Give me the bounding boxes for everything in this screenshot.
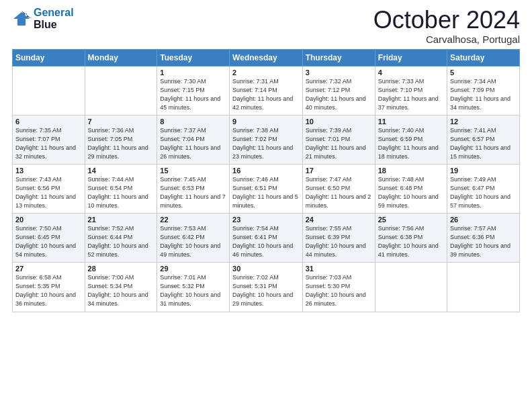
day-number: 2 xyxy=(232,68,300,77)
calendar-cell: 11Sunrise: 7:40 AM Sunset: 6:59 PM Dayli… xyxy=(375,115,447,164)
calendar-cell: 13Sunrise: 7:43 AM Sunset: 6:56 PM Dayli… xyxy=(13,164,85,213)
calendar-week-row: 13Sunrise: 7:43 AM Sunset: 6:56 PM Dayli… xyxy=(13,164,520,213)
calendar-week-row: 27Sunrise: 6:58 AM Sunset: 5:35 PM Dayli… xyxy=(13,263,520,312)
day-number: 24 xyxy=(306,216,372,224)
day-number: 6 xyxy=(15,118,82,126)
day-info: Sunrise: 7:54 AM Sunset: 6:41 PM Dayligh… xyxy=(232,224,300,259)
day-info: Sunrise: 7:46 AM Sunset: 6:51 PM Dayligh… xyxy=(232,175,300,210)
calendar-cell: 16Sunrise: 7:46 AM Sunset: 6:51 PM Dayli… xyxy=(230,164,303,213)
day-info: Sunrise: 7:48 AM Sunset: 6:48 PM Dayligh… xyxy=(378,175,444,210)
day-info: Sunrise: 7:49 AM Sunset: 6:47 PM Dayligh… xyxy=(450,175,517,210)
title-block: October 2024 Carvalhosa, Portugal xyxy=(373,7,520,45)
calendar-cell: 18Sunrise: 7:48 AM Sunset: 6:48 PM Dayli… xyxy=(375,164,447,213)
day-info: Sunrise: 7:45 AM Sunset: 6:53 PM Dayligh… xyxy=(160,175,226,210)
calendar-cell: 20Sunrise: 7:50 AM Sunset: 6:45 PM Dayli… xyxy=(13,214,85,263)
day-number: 5 xyxy=(450,68,517,77)
day-number: 17 xyxy=(306,167,372,175)
col-header-friday: Friday xyxy=(375,49,447,66)
day-number: 25 xyxy=(378,216,444,224)
calendar-cell: 19Sunrise: 7:49 AM Sunset: 6:47 PM Dayli… xyxy=(447,164,520,213)
day-number: 26 xyxy=(450,216,517,224)
day-number: 28 xyxy=(88,265,154,273)
day-info: Sunrise: 7:33 AM Sunset: 7:10 PM Dayligh… xyxy=(378,77,444,112)
calendar-cell xyxy=(447,263,520,312)
calendar-cell: 30Sunrise: 7:02 AM Sunset: 5:31 PM Dayli… xyxy=(230,263,303,312)
day-info: Sunrise: 7:38 AM Sunset: 7:02 PM Dayligh… xyxy=(232,126,300,161)
calendar-cell: 9Sunrise: 7:38 AM Sunset: 7:02 PM Daylig… xyxy=(230,115,303,164)
calendar-cell: 31Sunrise: 7:03 AM Sunset: 5:30 PM Dayli… xyxy=(302,263,375,312)
calendar-week-row: 1Sunrise: 7:30 AM Sunset: 7:15 PM Daylig… xyxy=(13,66,520,115)
col-header-saturday: Saturday xyxy=(447,49,520,66)
calendar-cell: 22Sunrise: 7:53 AM Sunset: 6:42 PM Dayli… xyxy=(157,214,230,263)
day-number: 19 xyxy=(450,167,517,175)
day-number: 1 xyxy=(160,68,226,77)
day-number: 7 xyxy=(88,118,154,126)
calendar-cell: 5Sunrise: 7:34 AM Sunset: 7:09 PM Daylig… xyxy=(447,66,520,115)
day-number: 9 xyxy=(232,118,300,126)
day-info: Sunrise: 7:47 AM Sunset: 6:50 PM Dayligh… xyxy=(306,175,372,210)
day-info: Sunrise: 7:57 AM Sunset: 6:36 PM Dayligh… xyxy=(450,224,517,259)
day-info: Sunrise: 7:37 AM Sunset: 7:04 PM Dayligh… xyxy=(160,126,226,161)
day-number: 20 xyxy=(15,216,82,224)
col-header-wednesday: Wednesday xyxy=(230,49,303,66)
calendar-cell: 3Sunrise: 7:32 AM Sunset: 7:12 PM Daylig… xyxy=(302,66,375,115)
day-info: Sunrise: 7:55 AM Sunset: 6:39 PM Dayligh… xyxy=(306,224,372,259)
col-header-sunday: Sunday xyxy=(13,49,85,66)
day-info: Sunrise: 7:41 AM Sunset: 6:57 PM Dayligh… xyxy=(450,126,517,161)
calendar-table: SundayMondayTuesdayWednesdayThursdayFrid… xyxy=(12,49,520,312)
day-info: Sunrise: 7:56 AM Sunset: 6:38 PM Dayligh… xyxy=(378,224,444,259)
calendar-cell: 21Sunrise: 7:52 AM Sunset: 6:44 PM Dayli… xyxy=(85,214,157,263)
day-info: Sunrise: 7:44 AM Sunset: 6:54 PM Dayligh… xyxy=(88,175,154,210)
calendar-cell: 6Sunrise: 7:35 AM Sunset: 7:07 PM Daylig… xyxy=(13,115,85,164)
day-info: Sunrise: 7:40 AM Sunset: 6:59 PM Dayligh… xyxy=(378,126,444,161)
calendar-cell: 25Sunrise: 7:56 AM Sunset: 6:38 PM Dayli… xyxy=(375,214,447,263)
day-number: 11 xyxy=(378,118,444,126)
day-info: Sunrise: 7:30 AM Sunset: 7:15 PM Dayligh… xyxy=(160,77,226,112)
calendar-cell: 2Sunrise: 7:31 AM Sunset: 7:14 PM Daylig… xyxy=(230,66,303,115)
day-number: 3 xyxy=(306,68,372,77)
calendar-cell: 15Sunrise: 7:45 AM Sunset: 6:53 PM Dayli… xyxy=(157,164,230,213)
day-number: 4 xyxy=(378,68,444,77)
day-number: 12 xyxy=(450,118,517,126)
day-info: Sunrise: 7:00 AM Sunset: 5:34 PM Dayligh… xyxy=(88,273,154,308)
day-number: 14 xyxy=(88,167,154,175)
day-number: 18 xyxy=(378,167,444,175)
calendar-cell: 12Sunrise: 7:41 AM Sunset: 6:57 PM Dayli… xyxy=(447,115,520,164)
calendar-week-row: 6Sunrise: 7:35 AM Sunset: 7:07 PM Daylig… xyxy=(13,115,520,164)
calendar-cell: 27Sunrise: 6:58 AM Sunset: 5:35 PM Dayli… xyxy=(13,263,85,312)
day-info: Sunrise: 7:31 AM Sunset: 7:14 PM Dayligh… xyxy=(232,77,300,112)
logo-text: General Blue xyxy=(34,7,74,32)
calendar-week-row: 20Sunrise: 7:50 AM Sunset: 6:45 PM Dayli… xyxy=(13,214,520,263)
day-number: 30 xyxy=(232,265,300,273)
header: General Blue October 2024 Carvalhosa, Po… xyxy=(12,7,520,45)
calendar-cell: 24Sunrise: 7:55 AM Sunset: 6:39 PM Dayli… xyxy=(302,214,375,263)
day-number: 8 xyxy=(160,118,226,126)
day-number: 31 xyxy=(306,265,372,273)
day-number: 29 xyxy=(160,265,226,273)
day-info: Sunrise: 7:35 AM Sunset: 7:07 PM Dayligh… xyxy=(15,126,82,161)
calendar-cell: 29Sunrise: 7:01 AM Sunset: 5:32 PM Dayli… xyxy=(157,263,230,312)
logo: General Blue xyxy=(12,7,74,32)
calendar-cell xyxy=(375,263,447,312)
day-info: Sunrise: 7:34 AM Sunset: 7:09 PM Dayligh… xyxy=(450,77,517,112)
day-info: Sunrise: 7:39 AM Sunset: 7:01 PM Dayligh… xyxy=(306,126,372,161)
col-header-thursday: Thursday xyxy=(302,49,375,66)
calendar-cell: 28Sunrise: 7:00 AM Sunset: 5:34 PM Dayli… xyxy=(85,263,157,312)
logo-icon xyxy=(12,9,31,28)
calendar-cell: 17Sunrise: 7:47 AM Sunset: 6:50 PM Dayli… xyxy=(302,164,375,213)
calendar-header-row: SundayMondayTuesdayWednesdayThursdayFrid… xyxy=(13,49,520,66)
calendar-cell: 7Sunrise: 7:36 AM Sunset: 7:05 PM Daylig… xyxy=(85,115,157,164)
day-info: Sunrise: 7:50 AM Sunset: 6:45 PM Dayligh… xyxy=(15,224,82,259)
day-number: 27 xyxy=(15,265,82,273)
page: General Blue October 2024 Carvalhosa, Po… xyxy=(0,0,532,411)
day-info: Sunrise: 7:03 AM Sunset: 5:30 PM Dayligh… xyxy=(306,273,372,308)
subtitle: Carvalhosa, Portugal xyxy=(373,34,520,45)
day-info: Sunrise: 7:53 AM Sunset: 6:42 PM Dayligh… xyxy=(160,224,226,259)
day-number: 21 xyxy=(88,216,154,224)
calendar-cell: 26Sunrise: 7:57 AM Sunset: 6:36 PM Dayli… xyxy=(447,214,520,263)
day-number: 13 xyxy=(15,167,82,175)
day-number: 15 xyxy=(160,167,226,175)
calendar-cell: 1Sunrise: 7:30 AM Sunset: 7:15 PM Daylig… xyxy=(157,66,230,115)
calendar-cell: 8Sunrise: 7:37 AM Sunset: 7:04 PM Daylig… xyxy=(157,115,230,164)
day-number: 23 xyxy=(232,216,300,224)
